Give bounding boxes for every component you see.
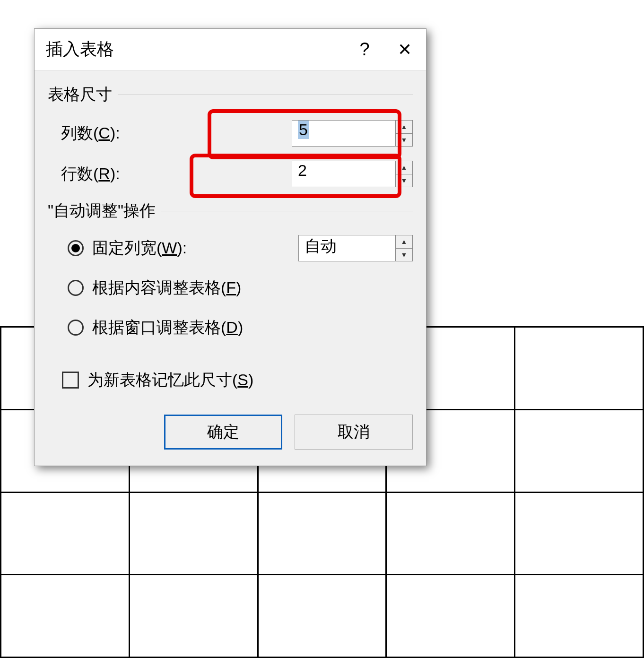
fixed-width-spin-up[interactable]: ▲ bbox=[396, 235, 412, 249]
fixed-width-spinner: 自动 ▲ ▼ bbox=[298, 235, 413, 261]
rows-label: 行数(R): bbox=[48, 163, 209, 185]
dialog-footer: 确定 取消 bbox=[48, 415, 413, 450]
autofit-group-label: "自动调整"操作 bbox=[48, 200, 156, 222]
autofit-content-radio[interactable] bbox=[68, 280, 84, 296]
fixed-width-radio[interactable] bbox=[68, 240, 84, 256]
help-button[interactable]: ? bbox=[346, 39, 383, 60]
rows-row: 行数(R): 2 ▲ ▼ bbox=[48, 159, 413, 189]
fixed-width-spin-buttons: ▲ ▼ bbox=[396, 235, 413, 261]
autofit-content-row: 根据内容调整表格(F) bbox=[48, 275, 413, 301]
fixed-width-input[interactable]: 自动 bbox=[298, 235, 396, 261]
columns-label: 列数(C): bbox=[48, 122, 209, 144]
remember-row: 为新表格记忆此尺寸(S) bbox=[48, 369, 413, 391]
rows-spinner: 2 ▲ ▼ bbox=[292, 161, 413, 187]
autofit-window-radio[interactable] bbox=[68, 320, 84, 336]
dialog-titlebar: 插入表格 ? ✕ bbox=[35, 29, 426, 70]
divider bbox=[118, 95, 413, 95]
autofit-content-label: 根据内容调整表格(F) bbox=[92, 277, 241, 299]
insert-table-dialog: 插入表格 ? ✕ 表格尺寸 列数(C): 5 ▲ ▼ 行数(R): bbox=[34, 28, 426, 466]
rows-spin-down[interactable]: ▼ bbox=[396, 174, 412, 187]
columns-row: 列数(C): 5 ▲ ▼ bbox=[48, 119, 413, 148]
fixed-width-row: 固定列宽(W): 自动 ▲ ▼ bbox=[48, 235, 413, 261]
remember-checkbox[interactable] bbox=[62, 372, 79, 389]
size-group-label: 表格尺寸 bbox=[48, 84, 112, 105]
autofit-group-header: "自动调整"操作 bbox=[48, 200, 413, 222]
remember-label: 为新表格记忆此尺寸(S) bbox=[87, 369, 253, 391]
columns-spin-buttons: ▲ ▼ bbox=[396, 120, 413, 147]
rows-spin-buttons: ▲ ▼ bbox=[396, 161, 413, 187]
dialog-body: 表格尺寸 列数(C): 5 ▲ ▼ 行数(R): 2 bbox=[35, 70, 426, 466]
cancel-button[interactable]: 取消 bbox=[295, 415, 413, 450]
autofit-window-label: 根据窗口调整表格(D) bbox=[92, 317, 243, 338]
autofit-window-row: 根据窗口调整表格(D) bbox=[48, 314, 413, 341]
rows-spin-up[interactable]: ▲ bbox=[396, 161, 412, 174]
columns-input[interactable]: 5 bbox=[292, 120, 396, 147]
fixed-width-spin-down[interactable]: ▼ bbox=[396, 249, 412, 261]
close-button[interactable]: ✕ bbox=[383, 30, 426, 69]
divider bbox=[161, 211, 413, 211]
columns-spin-up[interactable]: ▲ bbox=[396, 121, 412, 134]
dialog-title: 插入表格 bbox=[46, 38, 346, 61]
columns-spin-down[interactable]: ▼ bbox=[396, 134, 412, 147]
fixed-width-label: 固定列宽(W): bbox=[92, 237, 187, 259]
ok-button[interactable]: 确定 bbox=[164, 415, 282, 450]
size-group-header: 表格尺寸 bbox=[48, 84, 413, 105]
columns-spinner: 5 ▲ ▼ bbox=[292, 120, 413, 147]
rows-input[interactable]: 2 bbox=[292, 161, 396, 187]
